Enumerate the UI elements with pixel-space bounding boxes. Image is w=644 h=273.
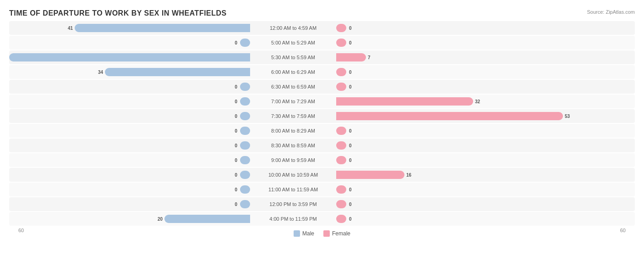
male-zero-label: 0	[235, 173, 237, 178]
time-label: 8:30 AM to 8:59 AM	[252, 143, 334, 148]
male-zero-stub	[240, 97, 250, 106]
female-zero-stub	[336, 185, 346, 194]
bar-row: 011:00 AM to 11:59 AM0	[9, 183, 635, 196]
right-section: 7	[334, 50, 635, 64]
left-section: 0	[9, 109, 252, 123]
left-section: 41	[9, 21, 252, 35]
male-zero-stub	[240, 39, 250, 47]
rows-container: 4112:00 AM to 4:59 AM005:00 AM to 5:29 A…	[9, 21, 635, 226]
right-section: 0	[334, 65, 635, 79]
male-zero-label: 0	[235, 114, 237, 119]
male-zero-label: 0	[235, 128, 237, 134]
female-zero-label: 0	[349, 202, 352, 207]
male-zero-stub	[240, 127, 250, 135]
bar-row: 06:30 AM to 6:59 AM0	[9, 80, 635, 94]
left-section: 0	[9, 183, 252, 196]
legend-male-label: Male	[302, 230, 314, 237]
left-section: 60	[9, 50, 252, 64]
time-label: 4:00 PM to 11:59 PM	[252, 216, 334, 222]
right-section: 0	[334, 197, 635, 211]
female-bar	[336, 97, 473, 106]
left-section: 0	[9, 139, 252, 152]
female-zero-label: 0	[349, 26, 352, 31]
male-bar	[9, 53, 250, 61]
male-bar	[105, 68, 250, 76]
female-zero-label: 0	[349, 158, 352, 163]
left-section: 34	[9, 65, 252, 79]
male-value: 20	[158, 217, 163, 222]
male-zero-label: 0	[235, 99, 237, 104]
female-zero-stub	[336, 127, 346, 135]
female-zero-label: 0	[349, 217, 352, 222]
male-zero-stub	[240, 200, 250, 208]
right-section: 0	[334, 124, 635, 138]
female-bar	[336, 53, 366, 61]
male-zero-stub	[240, 156, 250, 164]
female-value-label: 32	[475, 99, 480, 104]
right-section: 53	[334, 109, 635, 123]
legend-female: Female	[323, 230, 350, 237]
male-zero-label: 0	[235, 202, 237, 207]
female-value-label: 16	[406, 173, 411, 178]
right-section: 16	[334, 168, 635, 182]
bar-row: 08:00 AM to 8:29 AM0	[9, 124, 635, 138]
right-section: 0	[334, 153, 635, 167]
female-zero-stub	[336, 24, 346, 32]
male-zero-label: 0	[235, 187, 237, 192]
female-zero-label: 0	[349, 84, 352, 89]
right-section: 0	[334, 80, 635, 94]
female-zero-stub	[336, 200, 346, 208]
bar-row: 05:00 AM to 5:29 AM0	[9, 36, 635, 50]
left-section: 0	[9, 95, 252, 108]
x-axis-left: 60	[18, 228, 24, 237]
female-zero-label: 0	[349, 40, 352, 45]
female-zero-stub	[336, 68, 346, 76]
time-label: 11:00 AM to 11:59 AM	[252, 187, 334, 192]
male-zero-stub	[240, 171, 250, 179]
male-zero-label: 0	[235, 158, 237, 163]
male-zero-label: 0	[235, 84, 237, 89]
female-zero-stub	[336, 215, 346, 223]
time-label: 6:00 AM to 6:29 AM	[252, 69, 334, 75]
bar-row: 4112:00 AM to 4:59 AM0	[9, 21, 635, 35]
chart-area: 4112:00 AM to 4:59 AM005:00 AM to 5:29 A…	[9, 21, 635, 234]
right-section: 0	[334, 183, 635, 196]
female-value-label: 53	[565, 114, 570, 119]
time-label: 7:30 AM to 7:59 AM	[252, 113, 334, 119]
legend-female-label: Female	[332, 230, 350, 237]
left-section: 0	[9, 153, 252, 167]
left-section: 0	[9, 197, 252, 211]
left-section: 0	[9, 124, 252, 138]
time-label: 9:00 AM to 9:59 AM	[252, 157, 334, 163]
time-label: 7:00 AM to 7:29 AM	[252, 99, 334, 104]
male-zero-stub	[240, 141, 250, 150]
female-zero-label: 0	[349, 143, 352, 148]
bar-row: 204:00 PM to 11:59 PM0	[9, 212, 635, 226]
male-bar	[164, 215, 250, 223]
bar-row: 346:00 AM to 6:29 AM0	[9, 65, 635, 79]
left-section: 0	[9, 168, 252, 182]
male-zero-label: 0	[235, 143, 237, 148]
right-section: 0	[334, 139, 635, 152]
legend-female-box	[323, 230, 330, 237]
legend: Male Female	[294, 230, 350, 237]
right-section: 0	[334, 21, 635, 35]
male-value: 34	[98, 70, 103, 75]
time-label: 12:00 PM to 3:59 PM	[252, 201, 334, 207]
legend-male-box	[294, 230, 300, 237]
left-section: 20	[9, 212, 252, 226]
time-label: 5:30 AM to 5:59 AM	[252, 55, 334, 60]
female-zero-stub	[336, 156, 346, 164]
bar-row: 07:00 AM to 7:29 AM32	[9, 95, 635, 108]
right-section: 32	[334, 95, 635, 108]
right-section: 0	[334, 36, 635, 50]
female-zero-stub	[336, 141, 346, 150]
female-zero-stub	[336, 39, 346, 47]
male-value: 41	[68, 26, 73, 31]
female-zero-label: 0	[349, 187, 352, 192]
male-zero-stub	[240, 83, 250, 91]
bar-row: 09:00 AM to 9:59 AM0	[9, 153, 635, 167]
female-zero-label: 0	[349, 70, 352, 75]
right-section: 0	[334, 212, 635, 226]
time-label: 12:00 AM to 4:59 AM	[252, 25, 334, 31]
